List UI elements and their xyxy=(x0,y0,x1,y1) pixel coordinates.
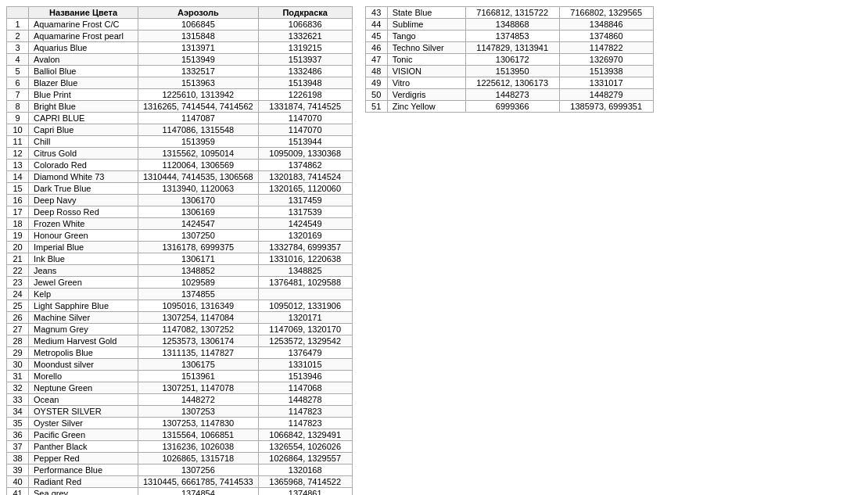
podkraska-val: 1331017 xyxy=(559,77,653,89)
col-num xyxy=(7,7,29,19)
color-name: Citrus Gold xyxy=(29,148,138,160)
podkraska-val: 1147823 xyxy=(258,406,352,418)
color-name: Sea grey xyxy=(29,488,138,496)
color-name: Neptune Green xyxy=(29,382,138,394)
row-num: 16 xyxy=(7,195,29,206)
table-row: 35Oyster Silver1307253, 11478301147823 xyxy=(7,418,353,429)
aerosol-val: 1513950 xyxy=(465,66,559,77)
aerosol-val: 1306170 xyxy=(138,195,259,206)
color-name: Blue Print xyxy=(29,89,138,101)
aerosol-val: 1513963 xyxy=(138,77,259,89)
podkraska-val: 1320165, 1120060 xyxy=(258,183,352,195)
podkraska-val: 1331016, 1220638 xyxy=(258,253,352,265)
aerosol-val: 1225610, 1313942 xyxy=(138,89,259,101)
aerosol-val: 1307250 xyxy=(138,230,259,242)
aerosol-val: 1066845 xyxy=(138,19,259,30)
aerosol-val: 1147087 xyxy=(138,113,259,124)
table-row: 31Morello15139611513946 xyxy=(7,371,353,382)
table-row: 2Aquamarine Frost pearl13158481332621 xyxy=(7,30,353,42)
aerosol-val: 1448272 xyxy=(138,394,259,406)
main-table: Название Цвета Аэрозоль Подкраска 1Aquam… xyxy=(6,6,353,495)
podkraska-val: 1513948 xyxy=(258,77,352,89)
podkraska-val: 1385973, 6999351 xyxy=(559,101,653,113)
row-num: 40 xyxy=(7,476,29,488)
aerosol-val: 1513949 xyxy=(138,54,259,66)
row-num: 44 xyxy=(365,19,387,30)
tables-container: Название Цвета Аэрозоль Подкраска 1Aquam… xyxy=(6,6,862,495)
podkraska-val: 1095009, 1330368 xyxy=(258,148,352,160)
table-row: 13Colorado Red1120064, 13065691374862 xyxy=(7,160,353,171)
aerosol-val: 1374854 xyxy=(138,488,259,496)
color-name: Capri Blue xyxy=(29,124,138,136)
podkraska-val: 1348846 xyxy=(559,19,653,30)
row-num: 34 xyxy=(7,406,29,418)
row-num: 50 xyxy=(365,89,387,101)
aerosol-val: 1311135, 1147827 xyxy=(138,347,259,359)
color-name: Imperial Blue xyxy=(29,242,138,253)
row-num: 21 xyxy=(7,253,29,265)
color-name: Techno Silver xyxy=(387,42,465,54)
row-num: 7 xyxy=(7,89,29,101)
table-row: 27Magnum Grey1147082, 13072521147069, 13… xyxy=(7,324,353,335)
podkraska-val: 1374862 xyxy=(258,160,352,171)
podkraska-val: 1026864, 1329557 xyxy=(258,453,352,465)
color-name: Honour Green xyxy=(29,230,138,242)
table-row: 40Radiant Red1310445, 6661785, 741453313… xyxy=(7,476,353,488)
row-num: 15 xyxy=(7,183,29,195)
col-name: Название Цвета xyxy=(29,7,138,19)
color-name: Kelp xyxy=(29,289,138,300)
table-row: 38Pepper Red1026865, 13157181026864, 132… xyxy=(7,453,353,465)
table-row: 37Panther Black1316236, 10260381326554, … xyxy=(7,441,353,453)
aerosol-val: 1316178, 6999375 xyxy=(138,242,259,253)
row-num: 10 xyxy=(7,124,29,136)
aerosol-val: 1095016, 1316349 xyxy=(138,300,259,312)
podkraska-val: 1147069, 1320170 xyxy=(258,324,352,335)
table-row: 45Tango13748531374860 xyxy=(365,30,653,42)
color-name: Morello xyxy=(29,371,138,382)
podkraska-val: 1448279 xyxy=(559,89,653,101)
podkraska-val: 1331874, 7414525 xyxy=(258,101,352,113)
row-num: 39 xyxy=(7,465,29,476)
row-num: 26 xyxy=(7,312,29,324)
color-name: Balliol Blue xyxy=(29,66,138,77)
table-row: 41Sea grey13748541374861 xyxy=(7,488,353,496)
aerosol-val: 1307253 xyxy=(138,406,259,418)
aerosol-val: 1315848 xyxy=(138,30,259,42)
table-row: 3Aquarius Blue13139711319215 xyxy=(7,42,353,54)
row-num: 8 xyxy=(7,101,29,113)
row-num: 14 xyxy=(7,171,29,183)
color-name: Chill xyxy=(29,136,138,148)
aerosol-val: 6999366 xyxy=(465,101,559,113)
color-name: Radiant Red xyxy=(29,476,138,488)
color-name: Jeans xyxy=(29,265,138,277)
aerosol-val: 1253573, 1306174 xyxy=(138,335,259,347)
podkraska-val: 1376479 xyxy=(258,347,352,359)
row-num: 38 xyxy=(7,453,29,465)
podkraska-val: 1066836 xyxy=(258,19,352,30)
podkraska-val: 1513944 xyxy=(258,136,352,148)
row-num: 49 xyxy=(365,77,387,89)
color-name: State Blue xyxy=(387,7,465,19)
aerosol-val: 1029589 xyxy=(138,277,259,289)
aerosol-val: 1513961 xyxy=(138,371,259,382)
podkraska-val: 1320171 xyxy=(258,312,352,324)
color-name: Sublime xyxy=(387,19,465,30)
podkraska-val xyxy=(258,289,352,300)
aerosol-val: 1147829, 1313941 xyxy=(465,42,559,54)
podkraska-val: 1147823 xyxy=(258,418,352,429)
col-aerosol: Аэрозоль xyxy=(138,7,259,19)
podkraska-val: 1374860 xyxy=(559,30,653,42)
table-row: 32Neptune Green1307251, 11470781147068 xyxy=(7,382,353,394)
aerosol-val: 1306169 xyxy=(138,206,259,218)
aerosol-val: 1374853 xyxy=(465,30,559,42)
color-name: Aquamarine Frost pearl xyxy=(29,30,138,42)
aerosol-val: 1307253, 1147830 xyxy=(138,418,259,429)
podkraska-val: 1326554, 1026026 xyxy=(258,441,352,453)
table-row: 44Sublime13488681348846 xyxy=(365,19,653,30)
podkraska-val: 1348825 xyxy=(258,265,352,277)
color-name: Moondust silver xyxy=(29,359,138,371)
aerosol-val: 1026865, 1315718 xyxy=(138,453,259,465)
table-row: 51Zinc Yellow69993661385973, 6999351 xyxy=(365,101,653,113)
podkraska-val: 1320168 xyxy=(258,465,352,476)
aerosol-val: 1147086, 1315548 xyxy=(138,124,259,136)
